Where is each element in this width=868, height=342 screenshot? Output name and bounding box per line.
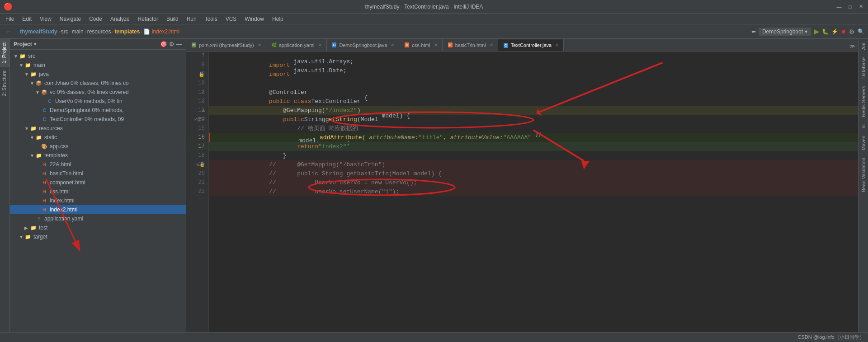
right-tab-maven[interactable]: Maven [859,132,868,154]
gutter-line-17: 17 [186,142,208,151]
arrow-icon: ▼ [14,54,19,59]
sidebar-tab-structure[interactable]: 2: Structure [0,67,9,100]
menu-code[interactable]: Code [85,15,106,23]
toolbar-back[interactable]: ← [4,28,14,35]
tab-close-text[interactable]: ✕ [555,43,559,48]
breadcrumb-templates[interactable]: templates [114,28,140,35]
panel-settings-btn[interactable]: ⚙ [169,41,175,47]
panel-dropdown-icon[interactable]: ▾ [34,42,36,47]
tree-label: css.html [50,188,70,195]
tab-overflow-btn[interactable]: ≫ [847,41,858,51]
tree-label: static [44,134,57,141]
tree-resources[interactable]: ▼ 📁 resources [10,124,186,133]
tree-index2-html[interactable]: H index2.html [10,205,186,214]
right-tab-ant[interactable]: Ant [859,39,868,54]
toolbar-stop[interactable]: ⏹ [841,28,846,35]
main-area: 1: Project 2: Structure Project ▾ 🎯 ⚙ — [0,39,868,332]
right-tab-bean[interactable]: Bean Validation [859,154,868,196]
right-tab-m[interactable]: m [859,121,868,132]
tree-label: vo 0% classes, 0% lines covered [50,89,129,95]
code-line-14: public String getString(Model model) { [209,115,858,124]
menu-vcs[interactable]: VCS [222,15,241,23]
menu-view[interactable]: View [36,15,55,23]
tree-index-html[interactable]: H index.html [10,196,186,205]
breadcrumb-resources[interactable]: resources [87,28,111,35]
minimize-button[interactable]: — [835,3,843,10]
toolbar-run2[interactable]: ⚡ [831,28,838,35]
menu-file[interactable]: File [2,15,18,23]
tree-static[interactable]: ▼ 📁 static [10,133,186,142]
toolbar-nav-back[interactable]: ⬅ [751,28,756,35]
tree-label: templates [44,152,68,159]
run-button[interactable]: ▶ [814,27,819,36]
tree-demospringboot[interactable]: C DemoSpringboot 0% methods, [10,106,186,115]
debug-button[interactable]: 🐛 [822,28,829,35]
menu-tools[interactable]: Tools [201,15,221,23]
tree-target[interactable]: ▼ 📁 target [10,232,186,241]
tab-close-css[interactable]: ✕ [434,42,438,47]
tab-textcontroller[interactable]: C TextController.java ✕ [498,39,564,51]
tree-componet[interactable]: H componet.html [10,178,186,187]
close-button[interactable]: ✕ [857,3,864,10]
breadcrumb-project[interactable]: thymealfStudy [20,28,57,35]
tree-basictrin[interactable]: H basicTrin.html [10,169,186,178]
yaml-tab-icon: 🌿 [271,42,277,48]
tab-close-demo[interactable]: ✕ [391,42,394,47]
menu-build[interactable]: Build [163,15,182,23]
code-editor[interactable]: 7 8 🔒 9 10 ✓ 11 ✓ 12 [186,52,858,332]
code-content[interactable]: import java.util.Arrays; import java.uti… [209,52,858,332]
menu-help[interactable]: Help [269,15,287,23]
right-tab-redis[interactable]: Redis Servers [859,82,868,121]
menu-navigate[interactable]: Navigate [56,15,85,23]
breadcrumb-file[interactable]: 📄 index2.html [143,28,179,35]
maximize-button[interactable]: □ [846,3,854,10]
toolbar: ← thymealfStudy › src › main › resources… [0,24,868,39]
tab-yaml[interactable]: 🌿 application.yaml ✕ [266,39,327,51]
sidebar-tab-project[interactable]: 1: Project [0,39,9,67]
breadcrumb-main[interactable]: main [72,28,84,35]
tab-close-basic[interactable]: ✕ [490,42,493,47]
right-sidebar: Ant Database Redis Servers m Maven Bean … [858,39,868,332]
toolbar-settings[interactable]: ⚙ [849,28,855,35]
tree-label: java [39,71,49,77]
tab-basictrin[interactable]: H basicTrin.html ✕ [443,39,498,51]
tree-main[interactable]: ▼ 📁 main [10,61,186,70]
tree-22a[interactable]: H 22A.html [10,160,186,169]
tab-close-pom[interactable]: ✕ [258,42,261,47]
tree-src[interactable]: ▼ 📁 src [10,52,186,61]
panel-locate-btn[interactable]: 🎯 [160,41,167,47]
project-tree: ▼ 📁 src ▼ 📁 main ▼ 📁 java ▼ 📦 co [10,50,186,332]
run-config[interactable]: DemoSpringboot ▾ [759,28,811,36]
tree-label: index2.html [50,206,77,213]
status-right: CSDN @log.Info（小日同学） [798,334,864,341]
menu-window[interactable]: Window [241,15,268,23]
tab-close-yaml[interactable]: ✕ [318,42,322,47]
tree-java[interactable]: ▼ 📁 java [10,70,186,79]
folder-icon: 📁 [30,224,37,231]
tree-css-html[interactable]: H css.html [10,187,186,196]
menu-analyze[interactable]: Analyze [107,15,133,23]
tree-app-css[interactable]: 🎨 app.css [10,142,186,151]
tree-com-lvhao[interactable]: ▼ 📦 com.lvhao 0% classes, 0% lines co [10,79,186,88]
menu-edit[interactable]: Edit [19,15,35,23]
package-icon: 📦 [35,80,42,87]
tab-css-html[interactable]: H css.html ✕ [399,39,442,51]
tree-vo[interactable]: ▼ 📦 vo 0% classes, 0% lines covered [10,88,186,97]
tree-label: src [28,53,35,59]
tab-demospringboot[interactable]: C DemoSpringboot.java ✕ [327,39,400,51]
toolbar-search[interactable]: 🔍 [858,28,864,35]
right-tab-database[interactable]: Database [859,54,868,82]
breadcrumb-src[interactable]: src [61,28,68,35]
panel-minimize-btn[interactable]: — [176,41,182,47]
tab-pom[interactable]: m pom.xml (thymealfStudy) ✕ [186,39,266,51]
menu-run[interactable]: Run [183,15,200,23]
tree-templates[interactable]: ▼ 📁 templates [10,151,186,160]
window-controls[interactable]: — □ ✕ [835,3,864,10]
tree-uservo[interactable]: C UserVo 0% methods, 0% lin [10,97,186,106]
menu-refactor[interactable]: Refactor [134,15,162,23]
tree-application-yaml[interactable]: Y application.yaml [10,214,186,223]
app-title: thymealfStudy - TextController.java - In… [13,4,835,10]
run-config-dropdown[interactable]: ▾ [805,28,807,35]
tree-test[interactable]: ▶ 📁 test [10,223,186,232]
tree-textcontroller[interactable]: C TextController 0% methods, 09 [10,115,186,124]
